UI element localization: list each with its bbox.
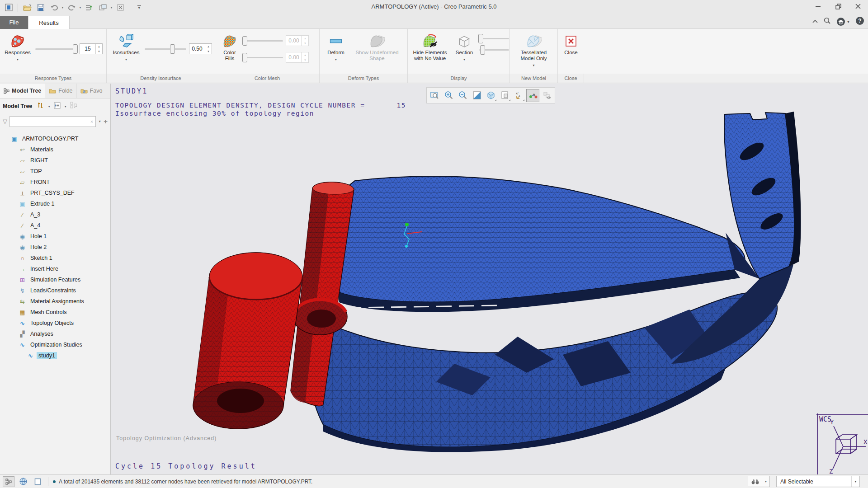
spin-up-icon: ▲	[302, 52, 308, 57]
close-button[interactable]	[848, 0, 868, 13]
tree-item[interactable]: Hole 2	[0, 242, 110, 253]
toggle-model-tree-button[interactable]	[3, 476, 14, 487]
color-fills-icon	[222, 33, 237, 50]
selection-filter-dropdown-icon[interactable]: ▼	[851, 476, 859, 487]
responses-dropdown-icon: ▼	[16, 56, 19, 62]
slider-thumb[interactable]	[480, 45, 485, 55]
tab-favorites[interactable]: Favo	[77, 84, 107, 98]
search-icon[interactable]	[824, 17, 831, 26]
section-dropdown-icon: ▼	[463, 56, 466, 62]
title-bar: ▼ ▼ ▼ ▼ ARMTOPOLOGY (Active) - Creo Para…	[0, 0, 868, 15]
filter-dropdown-icon[interactable]: ▼	[98, 120, 101, 123]
isosurfaces-slider[interactable]	[145, 48, 186, 50]
tree-filters-dropdown-icon[interactable]: ▼	[64, 105, 67, 108]
clear-filter-icon[interactable]: ×	[90, 119, 93, 124]
hide-elements-no-value-button[interactable]: Hide Elements with No Value	[410, 33, 449, 61]
study-icon	[27, 352, 34, 359]
restore-button[interactable]	[828, 0, 848, 13]
minimize-button[interactable]	[808, 0, 828, 13]
selection-filter-dropdown[interactable]: All Selectable ▼	[776, 476, 860, 487]
search-tool-button[interactable]: ▼	[748, 476, 770, 487]
analyses-icon	[19, 331, 26, 338]
learning-connector-icon[interactable]: ▼	[836, 17, 850, 26]
tree-item[interactable]: study1	[0, 350, 110, 361]
tree-item[interactable]: Mesh Controls	[0, 307, 110, 318]
tab-file[interactable]: File	[0, 16, 28, 29]
tree-item[interactable]: Loads/Constraints	[0, 285, 110, 296]
tree-item[interactable]: TOP	[0, 166, 110, 177]
responses-button[interactable]: Responses ▼	[4, 33, 32, 62]
deform-icon	[329, 33, 343, 50]
help-icon[interactable]: ?	[855, 16, 864, 27]
tree-item[interactable]: Insert Here	[0, 263, 110, 274]
responses-slider[interactable]	[35, 48, 77, 50]
collapse-ribbon-icon[interactable]	[812, 18, 818, 26]
model-tree-header: Model Tree	[3, 103, 32, 109]
tab-results[interactable]: Results	[28, 16, 70, 29]
display-slider-1[interactable]	[479, 38, 509, 39]
tree-item[interactable]: RIGHT	[0, 155, 110, 166]
spin-down-icon: ▼	[302, 57, 308, 62]
deform-button[interactable]: Deform ▼	[324, 33, 348, 62]
tree-tools-icon[interactable]	[37, 102, 44, 111]
color-fills-slider-2[interactable]	[243, 57, 283, 58]
tree-item[interactable]: Extrude 1	[0, 198, 110, 209]
spin-up-icon[interactable]: ▲	[96, 44, 102, 49]
filter-icon[interactable]: ▽	[3, 118, 7, 125]
wcs-axis-z: Z	[829, 468, 833, 474]
tree-item[interactable]: ARMTOPOLOGY.PRT	[0, 133, 110, 144]
color-fills-slider-1[interactable]	[243, 40, 283, 42]
isosurfaces-slider-thumb[interactable]	[170, 44, 175, 54]
tree-item[interactable]: Hole 1	[0, 231, 110, 242]
spin-down-icon[interactable]: ▼	[96, 49, 102, 54]
tab-model-tree[interactable]: Model Tree	[0, 84, 45, 98]
tessellated-model-only-button[interactable]: Tessellated Model Only ▼	[513, 33, 555, 68]
tree-tools-dropdown-icon[interactable]: ▼	[47, 105, 51, 108]
plane-icon	[19, 179, 26, 186]
tree-item[interactable]: FRONT	[0, 177, 110, 188]
responses-slider-thumb[interactable]	[73, 44, 78, 54]
materials-icon	[19, 146, 26, 153]
isosurfaces-spinbox[interactable]: 0.50 ▲▼	[189, 43, 212, 54]
responses-icon	[10, 33, 25, 50]
ribbon-group-label: Density Isosurface	[107, 74, 215, 83]
close-results-icon	[565, 33, 577, 50]
model-tree-icon	[4, 88, 9, 94]
part-icon	[10, 136, 18, 142]
tree-item[interactable]: Analyses	[0, 328, 110, 339]
tree-filter-input[interactable]: ×	[9, 116, 96, 127]
topology-model[interactable]	[111, 84, 868, 474]
slider-thumb[interactable]	[242, 36, 247, 46]
slider-thumb[interactable]	[242, 53, 247, 62]
tree-item[interactable]: Material Assignments	[0, 296, 110, 307]
model-tree: ARMTOPOLOGY.PRT Materials RIGHT	[0, 129, 110, 474]
section-button[interactable]: Section ▼	[452, 33, 476, 62]
tree-filters-icon[interactable]	[54, 102, 61, 111]
slider-thumb[interactable]	[478, 34, 483, 43]
tree-item[interactable]: A_4	[0, 220, 110, 231]
isosurfaces-button[interactable]: Isosurfaces ▼	[111, 33, 141, 62]
isosurfaces-dropdown-icon: ▼	[125, 56, 128, 62]
spin-down-icon[interactable]: ▼	[205, 49, 212, 54]
color-fills-button[interactable]: Color Fills	[219, 33, 241, 61]
tree-item[interactable]: Sketch 1	[0, 253, 110, 263]
new-browser-tab-button[interactable]	[32, 476, 43, 487]
ribbon-group-label: Response Types	[0, 74, 107, 83]
graphics-canvas[interactable]: STUDY1 TOPOLOGY DESIGN ELEMENT DENSITY, …	[111, 84, 868, 474]
status-bar: A total of 201435 elements and 38112 cor…	[0, 474, 868, 488]
spin-up-icon[interactable]: ▲	[205, 44, 212, 49]
search-tool-dropdown-icon[interactable]: ▼	[762, 476, 769, 487]
tree-item[interactable]: Materials	[0, 144, 110, 155]
tree-item[interactable]: Simulation Features	[0, 274, 110, 285]
tree-item[interactable]: Topology Objects	[0, 318, 110, 328]
responses-spinbox[interactable]: 15 ▲▼	[80, 43, 103, 54]
close-results-button[interactable]: Close	[560, 33, 582, 56]
add-filter-icon[interactable]: +	[104, 117, 108, 125]
tree-item[interactable]: Optimization Studies	[0, 339, 110, 350]
tessellated-model-only-icon	[526, 33, 542, 50]
tree-item[interactable]: PRT_CSYS_DEF	[0, 188, 110, 198]
web-browser-button[interactable]	[17, 476, 29, 487]
display-slider-2[interactable]	[479, 49, 509, 51]
tree-item[interactable]: A_3	[0, 209, 110, 220]
tab-folder-browser[interactable]: Folde	[45, 84, 76, 98]
